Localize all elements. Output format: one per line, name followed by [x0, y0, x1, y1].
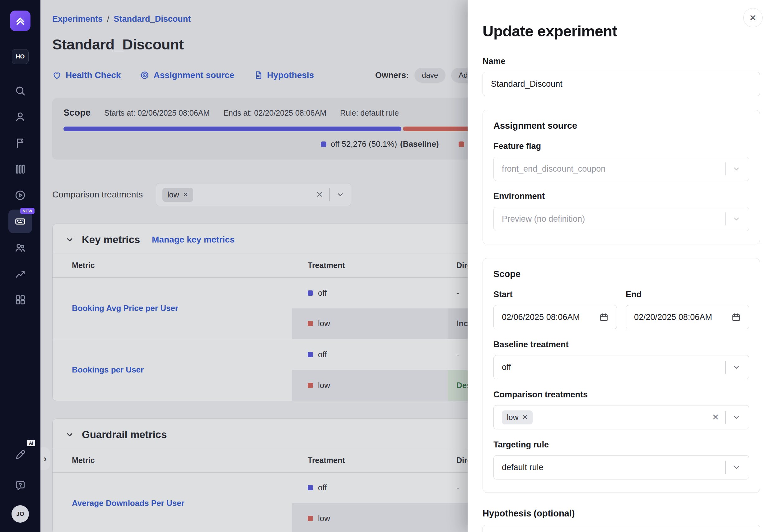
chevron-down-icon[interactable] [732, 463, 741, 472]
close-icon: ✕ [749, 13, 756, 23]
clear-icon[interactable]: ✕ [712, 412, 719, 422]
feature-flag-select[interactable]: front_end_discount_coupon [494, 157, 749, 181]
sidebar-nav: NEW [8, 79, 32, 312]
start-label: Start [494, 290, 617, 299]
user-avatar[interactable]: JO [12, 505, 29, 523]
targeting-rule-select[interactable]: default rule [494, 455, 749, 479]
hypothesis-optional-label: Hypothesis (optional) [483, 508, 760, 519]
sidebar-item-metrics[interactable]: NEW [8, 210, 32, 233]
statsig-logo-icon[interactable] [10, 11, 30, 31]
sidebar-item-apps[interactable] [8, 288, 32, 312]
scope-section: Scope Start 02/06/2025 08:06AM End 02/20… [483, 258, 760, 493]
select-divider [725, 212, 726, 225]
sidebar-item-users[interactable] [8, 105, 32, 129]
experiment-name-input[interactable] [483, 72, 760, 96]
keyboard-icon [14, 215, 26, 227]
play-circle-icon [14, 189, 26, 201]
start-date-input[interactable]: 02/06/2025 08:06AM [494, 305, 617, 329]
select-divider [725, 461, 726, 474]
select-divider [725, 411, 726, 424]
baseline-treatment-value: off [502, 363, 725, 372]
sidebar-item-help[interactable] [8, 474, 32, 498]
close-button[interactable]: ✕ [743, 8, 763, 27]
sidebar-item-search[interactable] [8, 79, 32, 103]
org-badge[interactable]: HO [12, 49, 29, 64]
end-label: End [626, 290, 749, 299]
ai-badge: AI [27, 440, 35, 446]
environment-select[interactable]: Preview (no definition) [494, 207, 749, 231]
start-date-value: 02/06/2025 08:06AM [502, 312, 599, 322]
chevron-down-icon[interactable] [732, 363, 741, 372]
end-date-input[interactable]: 02/20/2025 08:06AM [626, 305, 749, 329]
line-chart-icon [14, 268, 26, 280]
remove-icon[interactable]: ✕ [522, 414, 528, 421]
hypothesis-input[interactable] [483, 525, 760, 532]
sidebar-item-analytics[interactable] [8, 262, 32, 285]
comparison-treatments-multiselect[interactable]: low ✕ ✕ [494, 405, 749, 429]
chip-label: low [507, 413, 519, 422]
new-badge: NEW [20, 208, 35, 214]
user-icon [14, 111, 26, 123]
assignment-source-title: Assignment source [494, 121, 749, 131]
panel-title: Update experiment [483, 22, 760, 40]
select-divider [725, 361, 726, 374]
sidebar-item-ai-assistant[interactable]: AI [8, 443, 32, 467]
sidebar-expand-handle[interactable]: › [40, 447, 50, 470]
grid-icon [14, 294, 26, 306]
targeting-rule-value: default rule [502, 463, 725, 472]
baseline-treatment-label: Baseline treatment [494, 340, 749, 349]
search-icon [14, 85, 26, 97]
environment-label: Environment [494, 192, 749, 201]
calendar-icon[interactable] [599, 312, 609, 322]
assignment-source-section: Assignment source Feature flag front_end… [483, 110, 760, 244]
targeting-rule-label: Targeting rule [494, 440, 749, 450]
treatment-chip-low: low ✕ [502, 410, 533, 424]
chevron-right-icon: › [44, 453, 47, 464]
sidebar-item-columns[interactable] [8, 157, 32, 181]
help-chat-icon [14, 480, 26, 492]
name-label: Name [483, 57, 760, 66]
chevron-down-icon [732, 164, 741, 173]
chevron-down-icon [732, 215, 741, 223]
flag-icon [14, 137, 26, 149]
update-experiment-panel: ✕ Update experiment Name Assignment sour… [468, 0, 775, 532]
comparison-treatments-label: Comparison treatments [494, 390, 749, 400]
sidebar-item-sessions[interactable] [8, 183, 32, 207]
sidebar-item-audiences[interactable] [8, 236, 32, 259]
environment-value: Preview (no definition) [502, 214, 725, 224]
end-date-value: 02/20/2025 08:06AM [634, 312, 731, 322]
people-icon [14, 242, 26, 253]
scope-section-title: Scope [494, 269, 749, 279]
calendar-icon[interactable] [731, 312, 741, 322]
sidebar-bottom: AI JO [8, 443, 32, 523]
sidebar-item-feature-flags[interactable] [8, 131, 32, 155]
feature-flag-value: front_end_discount_coupon [502, 164, 725, 174]
pencil-icon [14, 449, 26, 461]
sidebar: HO NEW [0, 0, 40, 532]
columns-icon [14, 163, 26, 175]
select-divider [725, 162, 726, 175]
chevron-down-icon[interactable] [732, 413, 741, 422]
feature-flag-label: Feature flag [494, 141, 749, 151]
baseline-treatment-select[interactable]: off [494, 355, 749, 379]
